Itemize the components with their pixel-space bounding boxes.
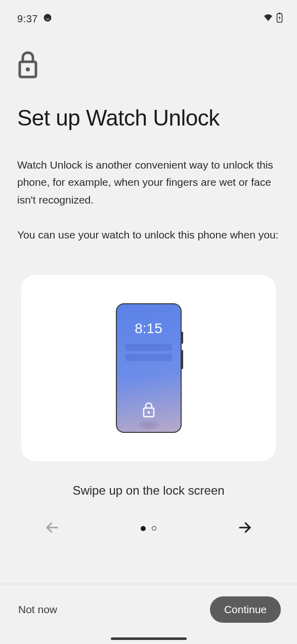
illustration-time: 8:15 — [135, 320, 162, 337]
pager-dot-inactive — [152, 526, 156, 531]
wifi-icon — [263, 14, 273, 24]
page-title: Set up Watch Unlock — [17, 105, 280, 131]
status-right — [263, 13, 283, 25]
status-left: 9:37 — [17, 13, 52, 25]
lock-icon — [142, 401, 156, 421]
svg-point-8 — [147, 411, 150, 414]
main-content: Set up Watch Unlock Watch Unlock is anot… — [0, 28, 297, 539]
bottom-bar: Not now Continue — [0, 584, 297, 644]
phone-illustration: 8:15 — [116, 303, 182, 433]
shadow-decor — [138, 421, 160, 430]
status-bar: 9:37 — [0, 0, 297, 28]
svg-rect-4 — [279, 13, 281, 14]
arrow-right-icon — [237, 529, 252, 537]
face-icon — [43, 13, 52, 24]
illustration-card: 8:15 — [21, 275, 276, 461]
battery-icon — [276, 13, 283, 25]
svg-point-2 — [48, 17, 49, 18]
continue-button[interactable]: Continue — [210, 596, 281, 623]
arrow-left-icon — [45, 529, 60, 537]
notification-placeholder — [125, 354, 172, 361]
phone-button-decor — [181, 332, 183, 344]
pager-dot-active — [141, 526, 146, 531]
illustration-caption: Swipe up on the lock screen — [17, 484, 280, 498]
description-1: Watch Unlock is another convenient way t… — [17, 156, 280, 209]
phone-button-decor — [181, 350, 183, 369]
lock-icon — [17, 51, 280, 81]
status-time: 9:37 — [17, 13, 38, 25]
svg-point-1 — [46, 17, 47, 18]
pager-dots — [141, 526, 156, 531]
not-now-button[interactable]: Not now — [18, 603, 57, 616]
svg-point-6 — [26, 67, 30, 71]
description-2: You can use your watch to unlock this ph… — [17, 226, 280, 244]
previous-button[interactable] — [43, 518, 62, 539]
next-button[interactable] — [235, 518, 254, 539]
notification-placeholder — [125, 344, 172, 351]
svg-point-0 — [44, 14, 51, 21]
nav-handle[interactable] — [111, 637, 187, 640]
pager-row — [17, 518, 280, 539]
